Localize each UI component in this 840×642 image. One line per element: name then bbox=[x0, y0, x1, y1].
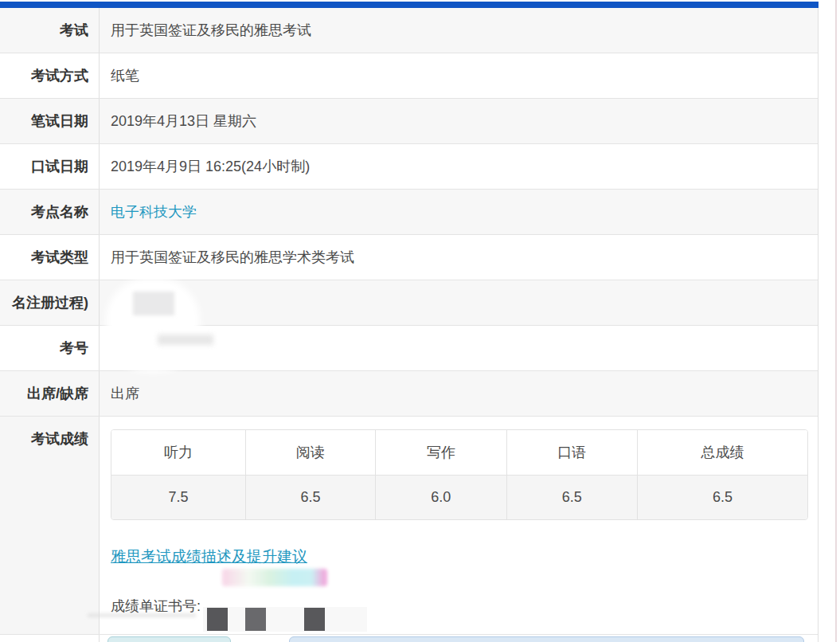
score-col-listening: 听力 bbox=[111, 430, 245, 475]
row-label-exam-scores: 考试成绩 bbox=[0, 417, 100, 634]
table-row: 口试日期 2019年4月9日 16:25(24小时制) bbox=[0, 144, 818, 190]
score-section-row: 考试成绩 听力 阅读 写作 口语 总成绩 7.5 6.5 6.0 6.5 bbox=[0, 417, 818, 635]
page-right-edge-line bbox=[835, 0, 837, 642]
top-accent-bar bbox=[0, 2, 819, 8]
bottom-button-left[interactable] bbox=[107, 636, 231, 642]
score-value-reading: 6.5 bbox=[245, 475, 375, 519]
row-label-exam-mode: 考试方式 bbox=[0, 53, 100, 98]
table-row: 笔试日期 2019年4月13日 星期六 bbox=[0, 99, 818, 144]
redaction-block bbox=[245, 608, 266, 631]
bottom-button-right[interactable] bbox=[289, 636, 804, 642]
score-col-overall: 总成绩 bbox=[637, 430, 807, 475]
redaction-block bbox=[304, 608, 325, 631]
redaction-micro-smudge bbox=[88, 613, 196, 617]
redaction-speckle-candidate-number bbox=[158, 335, 213, 345]
row-label-registration-name: 名注册过程) bbox=[0, 280, 100, 325]
row-label-test-center: 考点名称 bbox=[0, 190, 100, 234]
row-value-written-date: 2019年4月13日 星期六 bbox=[100, 99, 818, 143]
row-value-speaking-date: 2019年4月9日 16:25(24小时制) bbox=[100, 144, 818, 189]
score-value-listening: 7.5 bbox=[111, 475, 245, 519]
redaction-color-smudge bbox=[222, 569, 327, 586]
row-label-speaking-date: 口试日期 bbox=[0, 144, 100, 189]
row-label-exam: 考试 bbox=[0, 8, 100, 53]
row-value-exam: 用于英国签证及移民的雅思考试 bbox=[100, 8, 818, 53]
table-row: 考试类型 用于英国签证及移民的雅思学术类考试 bbox=[0, 235, 818, 280]
row-label-written-date: 笔试日期 bbox=[0, 99, 100, 143]
row-value-exam-mode: 纸笔 bbox=[100, 53, 818, 98]
row-value-registration-name-redacted bbox=[100, 280, 818, 325]
redaction-block bbox=[207, 608, 228, 631]
row-label-exam-type: 考试类型 bbox=[0, 235, 100, 280]
row-value-exam-type: 用于英国签证及移民的雅思学术类考试 bbox=[100, 235, 818, 280]
score-section-content: 听力 阅读 写作 口语 总成绩 7.5 6.5 6.0 6.5 6.5 bbox=[100, 417, 818, 634]
exam-result-page: 考试 用于英国签证及移民的雅思考试 考试方式 纸笔 笔试日期 2019年4月13… bbox=[0, 0, 840, 642]
score-description-link[interactable]: 雅思考试成绩描述及提升建议 bbox=[111, 548, 307, 565]
row-value-test-center: 电子科技大学 bbox=[100, 190, 818, 234]
certificate-number-redaction bbox=[203, 607, 367, 632]
score-description-link-wrap: 雅思考试成绩描述及提升建议 bbox=[111, 546, 818, 567]
test-center-link[interactable]: 电子科技大学 bbox=[111, 202, 197, 221]
table-row: 出席/缺席 出席 bbox=[0, 371, 818, 417]
row-value-attendance: 出席 bbox=[100, 371, 818, 416]
score-col-reading: 阅读 bbox=[245, 430, 375, 475]
row-label-attendance: 出席/缺席 bbox=[0, 371, 100, 416]
score-table-values: 7.5 6.5 6.0 6.5 6.5 bbox=[111, 475, 807, 519]
row-value-candidate-number-redacted bbox=[100, 326, 818, 370]
table-row: 考点名称 电子科技大学 bbox=[0, 190, 818, 235]
bottom-row-label-spacer bbox=[0, 635, 100, 642]
row-label-candidate-number: 考号 bbox=[0, 326, 100, 370]
score-value-overall: 6.5 bbox=[637, 475, 807, 519]
table-row: 考试 用于英国签证及移民的雅思考试 bbox=[0, 8, 818, 53]
redaction-block-name bbox=[133, 292, 174, 315]
score-col-speaking: 口语 bbox=[506, 430, 637, 475]
score-value-speaking: 6.5 bbox=[506, 475, 637, 519]
score-col-writing: 写作 bbox=[375, 430, 506, 475]
score-value-writing: 6.0 bbox=[375, 475, 506, 519]
score-table-header: 听力 阅读 写作 口语 总成绩 bbox=[111, 430, 807, 475]
table-row: 考试方式 纸笔 bbox=[0, 53, 818, 99]
score-table: 听力 阅读 写作 口语 总成绩 7.5 6.5 6.0 6.5 6.5 bbox=[111, 429, 808, 520]
